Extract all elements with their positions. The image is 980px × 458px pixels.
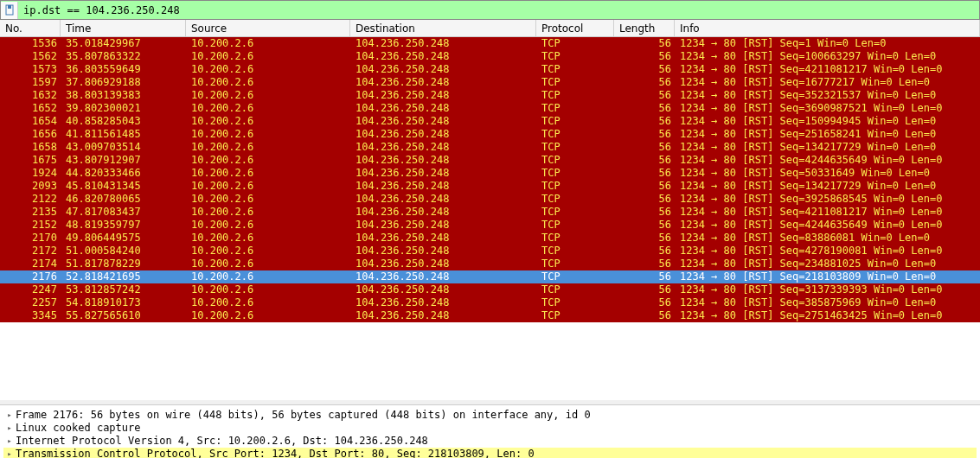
cell-len: 56 [614, 270, 675, 283]
cell-info: 1234 → 80 [RST] Seq=2751463425 Win=0 Len… [675, 309, 980, 322]
cell-src: 10.200.2.6 [186, 296, 350, 309]
cell-dst: 104.236.250.248 [350, 141, 536, 154]
packet-row[interactable]: 165641.81156148510.200.2.6104.236.250.24… [0, 128, 980, 141]
cell-time: 38.803139383 [61, 89, 186, 102]
packet-row[interactable]: 156235.80786332210.200.2.6104.236.250.24… [0, 50, 980, 63]
column-header-destination[interactable]: Destination [350, 20, 536, 36]
cell-time: 35.807863322 [61, 50, 186, 63]
cell-time: 51.000584240 [61, 245, 186, 258]
packet-row[interactable]: 225754.81891017310.200.2.6104.236.250.24… [0, 296, 980, 309]
packet-details-pane[interactable]: ▸Frame 2176: 56 bytes on wire (448 bits)… [0, 405, 980, 458]
cell-no: 2176 [0, 270, 61, 283]
packet-row[interactable]: 217251.00058424010.200.2.6104.236.250.24… [0, 245, 980, 258]
cell-info: 1234 → 80 [RST] Seq=3137339393 Win=0 Len… [675, 283, 980, 296]
cell-dst: 104.236.250.248 [350, 37, 536, 50]
cell-proto: TCP [536, 89, 614, 102]
cell-time: 43.807912907 [61, 154, 186, 167]
cell-src: 10.200.2.6 [186, 180, 350, 193]
packet-row[interactable]: 165843.00970351410.200.2.6104.236.250.24… [0, 141, 980, 154]
cell-info: 1234 → 80 [RST] Seq=352321537 Win=0 Len=… [675, 89, 980, 102]
cell-len: 56 [614, 193, 675, 206]
detail-line[interactable]: ▸Linux cooked capture [3, 422, 977, 435]
expand-icon[interactable]: ▸ [3, 448, 16, 458]
cell-src: 10.200.2.6 [186, 219, 350, 232]
cell-no: 2122 [0, 193, 61, 206]
column-header-info[interactable]: Info [675, 20, 980, 36]
cell-time: 53.812857242 [61, 283, 186, 296]
packet-row[interactable]: 159737.80692918810.200.2.6104.236.250.24… [0, 76, 980, 89]
cell-len: 56 [614, 115, 675, 128]
detail-line[interactable]: ▸Internet Protocol Version 4, Src: 10.20… [3, 435, 977, 448]
packet-row[interactable]: 217049.80644957510.200.2.6104.236.250.24… [0, 232, 980, 245]
packet-row[interactable]: 165239.80230002110.200.2.6104.236.250.24… [0, 102, 980, 115]
packet-row[interactable]: 163238.80313938310.200.2.6104.236.250.24… [0, 89, 980, 102]
packet-row[interactable]: 212246.82078006510.200.2.6104.236.250.24… [0, 193, 980, 206]
cell-src: 10.200.2.6 [186, 193, 350, 206]
cell-dst: 104.236.250.248 [350, 219, 536, 232]
packet-row[interactable]: 157336.80355964910.200.2.6104.236.250.24… [0, 63, 980, 76]
cell-dst: 104.236.250.248 [350, 115, 536, 128]
detail-line[interactable]: ▸Transmission Control Protocol, Src Port… [3, 448, 977, 458]
cell-proto: TCP [536, 193, 614, 206]
cell-time: 39.802300021 [61, 102, 186, 115]
cell-proto: TCP [536, 206, 614, 219]
cell-no: 1573 [0, 63, 61, 76]
cell-no: 1656 [0, 128, 61, 141]
packet-row[interactable]: 209345.81043134510.200.2.6104.236.250.24… [0, 180, 980, 193]
cell-proto: TCP [536, 63, 614, 76]
packet-list[interactable]: 153635.01842996710.200.2.6104.236.250.24… [0, 37, 980, 400]
cell-no: 1924 [0, 167, 61, 180]
cell-time: 52.818421695 [61, 270, 186, 283]
cell-info: 1234 → 80 [RST] Seq=100663297 Win=0 Len=… [675, 50, 980, 63]
display-filter-input[interactable] [18, 3, 979, 18]
packet-row[interactable]: 165440.85828504310.200.2.6104.236.250.24… [0, 115, 980, 128]
cell-no: 1536 [0, 37, 61, 50]
packet-row[interactable]: 167543.80791290710.200.2.6104.236.250.24… [0, 154, 980, 167]
cell-dst: 104.236.250.248 [350, 128, 536, 141]
cell-src: 10.200.2.6 [186, 50, 350, 63]
packet-row[interactable]: 153635.01842996710.200.2.6104.236.250.24… [0, 37, 980, 50]
cell-proto: TCP [536, 102, 614, 115]
cell-info: 1234 → 80 [RST] Seq=4244635649 Win=0 Len… [675, 154, 980, 167]
filter-bookmark-icon[interactable] [1, 2, 18, 19]
expand-icon[interactable]: ▸ [3, 435, 16, 448]
cell-proto: TCP [536, 167, 614, 180]
cell-info: 1234 → 80 [RST] Seq=3925868545 Win=0 Len… [675, 193, 980, 206]
packet-row[interactable]: 217652.81842169510.200.2.6104.236.250.24… [0, 270, 980, 283]
cell-len: 56 [614, 296, 675, 309]
expand-icon[interactable]: ▸ [3, 409, 16, 422]
cell-src: 10.200.2.6 [186, 89, 350, 102]
detail-text: Frame 2176: 56 bytes on wire (448 bits),… [16, 409, 591, 422]
packet-row[interactable]: 192444.82033346610.200.2.6104.236.250.24… [0, 167, 980, 180]
column-header-length[interactable]: Length [614, 20, 675, 36]
packet-row[interactable]: 213547.81708343710.200.2.6104.236.250.24… [0, 206, 980, 219]
column-header-source[interactable]: Source [186, 20, 350, 36]
cell-no: 1675 [0, 154, 61, 167]
cell-src: 10.200.2.6 [186, 115, 350, 128]
cell-info: 1234 → 80 [RST] Seq=150994945 Win=0 Len=… [675, 115, 980, 128]
detail-line[interactable]: ▸Frame 2176: 56 bytes on wire (448 bits)… [3, 409, 977, 422]
packet-row[interactable]: 217451.81787822910.200.2.6104.236.250.24… [0, 258, 980, 270]
cell-src: 10.200.2.6 [186, 270, 350, 283]
packet-row[interactable]: 334555.82756561010.200.2.6104.236.250.24… [0, 309, 980, 322]
cell-len: 56 [614, 309, 675, 322]
cell-len: 56 [614, 63, 675, 76]
expand-icon[interactable]: ▸ [3, 422, 16, 435]
column-header-no[interactable]: No. [0, 20, 61, 36]
cell-no: 1654 [0, 115, 61, 128]
cell-time: 48.819359797 [61, 219, 186, 232]
packet-row[interactable]: 224753.81285724210.200.2.6104.236.250.24… [0, 283, 980, 296]
cell-len: 56 [614, 283, 675, 296]
cell-dst: 104.236.250.248 [350, 180, 536, 193]
cell-len: 56 [614, 50, 675, 63]
column-header-protocol[interactable]: Protocol [536, 20, 614, 36]
cell-dst: 104.236.250.248 [350, 309, 536, 322]
packet-row[interactable]: 215248.81935979710.200.2.6104.236.250.24… [0, 219, 980, 232]
cell-proto: TCP [536, 76, 614, 89]
cell-src: 10.200.2.6 [186, 232, 350, 245]
column-header-time[interactable]: Time [61, 20, 186, 36]
cell-src: 10.200.2.6 [186, 63, 350, 76]
cell-dst: 104.236.250.248 [350, 206, 536, 219]
cell-no: 1597 [0, 76, 61, 89]
cell-time: 45.810431345 [61, 180, 186, 193]
